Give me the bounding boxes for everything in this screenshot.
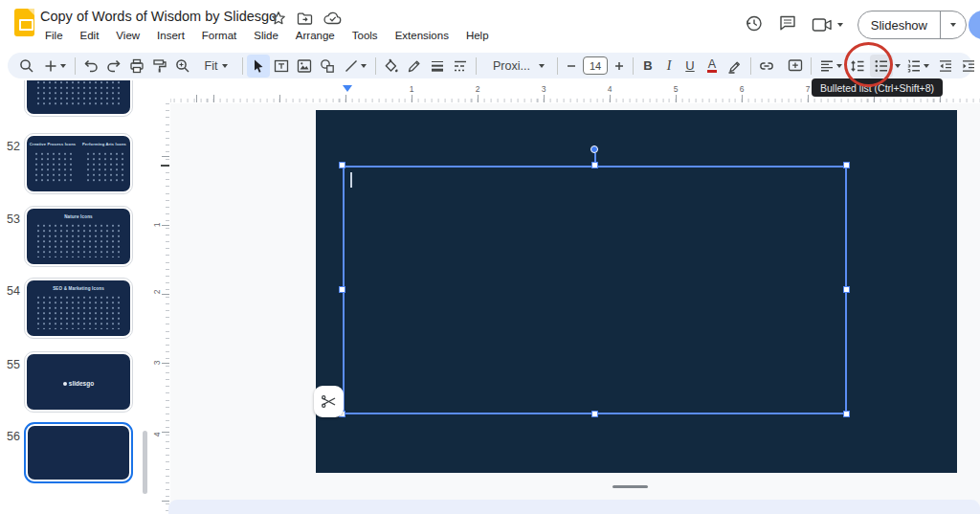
comments-icon[interactable] (778, 13, 797, 36)
align-button[interactable] (815, 55, 846, 78)
menu-edit[interactable]: Edit (74, 28, 106, 43)
insert-link-button[interactable] (755, 55, 778, 78)
cloud-saved-icon[interactable] (323, 11, 342, 29)
slide-thumbnail-55[interactable]: slidesgo (24, 351, 133, 413)
speaker-notes-grip[interactable] (612, 485, 648, 488)
h-ruler-label: 5 (674, 84, 679, 94)
align-dropdown-icon[interactable] (836, 64, 842, 68)
handle-top-center[interactable] (591, 162, 598, 168)
handle-bottom-center[interactable] (591, 411, 598, 417)
underline-button[interactable]: U (679, 55, 701, 78)
h-ruler-label: 2 (476, 84, 480, 94)
line-spacing-button[interactable] (846, 55, 869, 78)
slide-canvas[interactable] (170, 103, 980, 514)
filmstrip-scrollbar[interactable] (143, 431, 147, 494)
decrease-font-size-button[interactable] (562, 55, 581, 78)
menu-tools[interactable]: Tools (345, 28, 385, 43)
slideshow-label[interactable]: Slideshow (858, 18, 940, 33)
handle-middle-left[interactable] (339, 286, 345, 293)
version-history-icon[interactable] (744, 13, 764, 37)
toolbar-separator (75, 57, 76, 75)
vertical-ruler: 1 2 3 4 (153, 103, 170, 514)
thumb-title: SEO & Marketing Icons (27, 286, 130, 291)
menu-file[interactable]: File (38, 28, 70, 43)
floating-tool-button[interactable] (314, 386, 344, 417)
bulleted-list-icon[interactable] (870, 55, 893, 78)
selected-text-box[interactable] (343, 166, 847, 414)
text-color-button[interactable]: A (701, 55, 724, 78)
move-folder-icon[interactable] (297, 11, 313, 30)
zoom-fit-select[interactable]: Fit (194, 55, 238, 78)
menu-arrange[interactable]: Arrange (289, 28, 342, 43)
google-slides-logo-icon[interactable] (14, 9, 34, 36)
font-size-input[interactable]: 14 (581, 55, 610, 78)
redo-button[interactable] (102, 55, 125, 78)
select-tool-button[interactable] (247, 55, 270, 78)
video-call-button[interactable] (812, 17, 843, 33)
menu-help[interactable]: Help (459, 28, 496, 43)
star-icon[interactable] (271, 11, 286, 30)
paint-format-button[interactable] (148, 55, 171, 78)
add-comment-button[interactable] (784, 55, 807, 78)
increase-font-size-button[interactable] (610, 55, 629, 78)
bulleted-list-dropdown-icon[interactable] (895, 64, 901, 68)
print-button[interactable] (125, 55, 148, 78)
menu-extensions[interactable]: Extensions (389, 28, 456, 43)
v-ruler-label: 4 (152, 433, 162, 437)
thumb-title: Creative Process Icons (27, 142, 78, 146)
handle-top-right[interactable] (843, 162, 850, 168)
menu-slide[interactable]: Slide (247, 28, 285, 43)
insert-line-button[interactable] (339, 55, 371, 78)
slide-thumbnail-52[interactable]: Creative Process Icons Performing Arts I… (24, 133, 133, 194)
insert-shape-button[interactable] (316, 55, 339, 78)
slide-number-55: 55 (6, 358, 21, 371)
handle-bottom-right[interactable] (843, 411, 850, 417)
slide-filmstrip[interactable]: 52 Creative Process Icons Performing Art… (0, 80, 153, 514)
font-family-select[interactable]: Proxi... (480, 55, 553, 78)
italic-button[interactable]: I (658, 55, 679, 78)
new-slide-button[interactable] (38, 55, 71, 78)
increase-indent-button[interactable] (957, 55, 980, 78)
speaker-notes-panel[interactable] (168, 500, 980, 514)
scissors-icon (321, 393, 337, 410)
share-button-clipped[interactable] (969, 11, 980, 39)
decrease-indent-button[interactable] (934, 55, 957, 78)
highlight-color-button[interactable] (724, 55, 746, 78)
numbered-list-dropdown-icon[interactable] (924, 64, 929, 68)
search-menus-button[interactable] (15, 55, 38, 78)
menu-format[interactable]: Format (195, 28, 243, 43)
rotation-handle[interactable] (590, 145, 598, 153)
video-call-dropdown-icon[interactable] (837, 23, 843, 27)
undo-button[interactable] (79, 55, 102, 78)
handle-top-left[interactable] (339, 162, 345, 168)
numbered-list-button[interactable] (902, 55, 934, 78)
main-toolbar: Fit Proxi... 14 B I U A (8, 53, 972, 78)
slide-thumbnail-56-selected[interactable] (24, 422, 133, 483)
slideshow-button[interactable]: Slideshow (858, 11, 967, 39)
slidesgo-logo: slidesgo (27, 380, 130, 387)
menu-view[interactable]: View (109, 28, 146, 43)
handle-middle-right[interactable] (843, 286, 850, 293)
v-ruler-label: 3 (152, 361, 162, 366)
toolbar-separator (633, 57, 634, 75)
h-ruler-label: 3 (542, 84, 546, 94)
slide-thumbnail-53[interactable]: Nature Icons (24, 206, 133, 267)
document-title[interactable]: Copy of Words of Wisdom by Slidesgo (40, 9, 277, 24)
menu-insert[interactable]: Insert (150, 28, 191, 43)
border-dash-button[interactable] (449, 55, 472, 78)
bold-button[interactable]: B (637, 55, 658, 78)
border-weight-button[interactable] (426, 55, 449, 78)
indent-marker-icon[interactable] (343, 85, 352, 92)
slide-thumbnail-54[interactable]: SEO & Marketing Icons (24, 278, 133, 339)
zoom-button[interactable] (171, 55, 194, 78)
border-color-button[interactable] (403, 55, 426, 78)
new-slide-dropdown-icon[interactable] (60, 64, 66, 68)
insert-image-button[interactable] (293, 55, 316, 78)
fill-color-button[interactable] (380, 55, 403, 78)
bulleted-list-button[interactable] (869, 55, 902, 78)
slideshow-dropdown-button[interactable] (941, 11, 966, 39)
insert-line-dropdown-icon[interactable] (361, 64, 367, 68)
slide-thumbnail-51-partial[interactable] (24, 80, 133, 117)
text-box-button[interactable] (270, 55, 293, 78)
slide-number-56: 56 (6, 430, 21, 443)
